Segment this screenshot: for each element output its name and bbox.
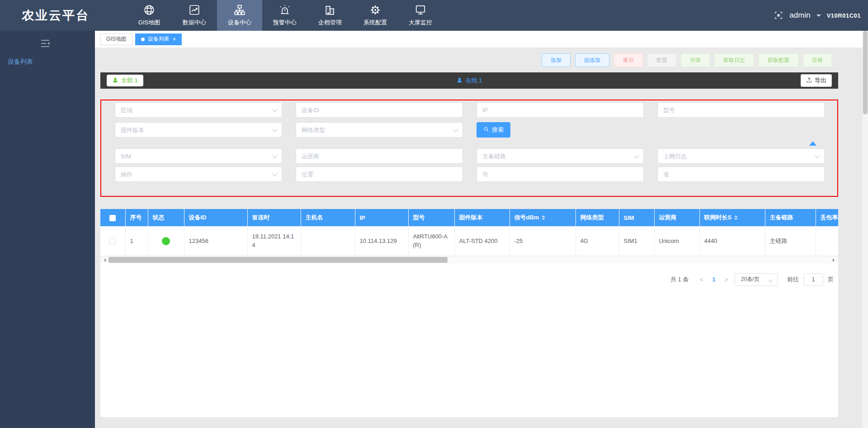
sort-icon[interactable]: [734, 214, 738, 222]
get-logs-button[interactable]: 获取日志: [714, 53, 754, 67]
col-header-firmware: 固件版本: [454, 209, 509, 226]
sim-select[interactable]: [115, 148, 282, 164]
upgrade-button[interactable]: 升级: [681, 53, 710, 67]
filter-row-4: [115, 166, 830, 182]
net-log-select[interactable]: [657, 148, 825, 164]
row-checkbox[interactable]: [109, 238, 116, 244]
version-label: V10R01C01: [827, 12, 861, 19]
col-header-signal[interactable]: 信号dBm: [509, 209, 576, 226]
nav-item-gis-map[interactable]: GIS地图: [127, 0, 172, 31]
select-all-checkbox[interactable]: [109, 215, 116, 221]
net-log-select-input[interactable]: [657, 148, 825, 164]
primary-link-select-input[interactable]: [476, 148, 644, 164]
batch-add-button[interactable]: 批添加: [575, 53, 609, 67]
pagination: 共 1 条 < 1 > 20条/页 前往 页: [100, 273, 838, 286]
online-count-label: 在线:1: [466, 76, 482, 85]
cell-firmware: ALT-STD 4200: [454, 226, 509, 256]
user-menu[interactable]: admin: [789, 11, 810, 20]
tab-device-list[interactable]: 设备列表 ×: [135, 33, 182, 45]
migrate-button[interactable]: 迁移: [803, 53, 832, 67]
tab-label: 设备列表: [148, 35, 170, 43]
sim-select-input[interactable]: [115, 148, 282, 164]
city-input[interactable]: [476, 166, 644, 182]
get-config-button[interactable]: 获取配置: [759, 53, 798, 67]
model-input[interactable]: [657, 102, 825, 118]
cell-sim: SIM1: [619, 226, 654, 256]
filter-online-button[interactable]: 在线:1: [457, 76, 482, 85]
scrollbar-thumb[interactable]: [863, 31, 868, 114]
firmware-select-input[interactable]: [115, 122, 282, 138]
siren-icon: [279, 4, 291, 17]
goto-page-input[interactable]: [803, 273, 823, 286]
region-select[interactable]: [115, 102, 282, 118]
horizontal-scrollbar[interactable]: [100, 256, 838, 263]
export-button[interactable]: 导出: [801, 74, 832, 87]
next-page-button[interactable]: >: [723, 276, 730, 283]
cell-ip: 10.114.13.129: [355, 226, 408, 256]
export-label: 导出: [815, 76, 826, 85]
province-field[interactable]: [657, 166, 825, 182]
col-header-model: 型号: [408, 209, 454, 226]
province-input[interactable]: [657, 166, 825, 182]
nav-item-label: 数据中心: [183, 19, 206, 27]
search-button[interactable]: 搜索: [476, 122, 510, 138]
page-number-button[interactable]: 1: [710, 276, 718, 283]
city-field[interactable]: [476, 166, 644, 182]
primary-link-select[interactable]: [476, 148, 644, 164]
scroll-left-icon[interactable]: [102, 258, 106, 262]
goto-label: 前往: [787, 276, 799, 284]
chevron-down-icon[interactable]: [816, 14, 821, 19]
table-row[interactable]: 1 123456 19.11.2021 14:14 10.114.13.129 …: [100, 226, 838, 256]
chevron-down-icon: [768, 277, 773, 282]
nav-item-archive-mgmt[interactable]: 企档管理: [307, 0, 353, 31]
nav-item-label: 设备中心: [228, 19, 251, 27]
nav-item-data-center[interactable]: 数据中心: [172, 0, 217, 31]
network-type-select[interactable]: [296, 122, 463, 138]
operation-select-input[interactable]: [115, 166, 282, 182]
cell-hostname: [301, 226, 355, 256]
nav-item-system-config[interactable]: 系统配置: [353, 0, 398, 31]
collapse-filters-icon[interactable]: [809, 141, 816, 146]
operation-select[interactable]: [115, 166, 282, 182]
cell-signal: -25: [509, 226, 576, 256]
page-size-select[interactable]: 20条/页: [735, 273, 778, 286]
region-select-input[interactable]: [115, 102, 282, 118]
col-header-online-duration[interactable]: 联网时长S: [699, 209, 765, 226]
app-window: 农业云平台 GIS地图 数据中心 设备中心 预警中心 企档管理: [0, 0, 868, 428]
sort-icon[interactable]: [542, 214, 545, 222]
sidebar-fold-icon[interactable]: [40, 38, 51, 48]
tab-gis-map[interactable]: GIS地图: [100, 33, 132, 45]
ip-input[interactable]: [476, 102, 644, 118]
scroll-right-icon[interactable]: [833, 258, 836, 262]
operator-input[interactable]: [296, 148, 463, 164]
add-button[interactable]: 添加: [542, 53, 571, 67]
device-id-input[interactable]: [296, 102, 463, 118]
sidebar-item-device-list[interactable]: 设备列表: [0, 54, 95, 70]
operator-field[interactable]: [296, 148, 463, 164]
model-field[interactable]: [657, 102, 825, 118]
nav-item-device-center[interactable]: 设备中心: [217, 0, 262, 31]
location-field[interactable]: [296, 166, 463, 182]
location-input[interactable]: [296, 166, 463, 182]
nav-item-screen-monitor[interactable]: 大屏监控: [398, 0, 443, 31]
close-icon[interactable]: ×: [173, 36, 176, 42]
scrollbar-thumb[interactable]: [108, 257, 448, 263]
avatar-icon: [774, 10, 783, 20]
page-unit-label: 页: [828, 276, 834, 284]
filter-all-button[interactable]: 全部:1: [107, 75, 143, 86]
config-button[interactable]: 配置: [647, 53, 676, 67]
restart-button[interactable]: 重启: [614, 53, 643, 67]
firmware-select[interactable]: [115, 122, 282, 138]
ip-field[interactable]: [476, 102, 644, 118]
main-content: 添加 批添加 重启 配置 升级 获取日志 获取配置 迁移 全部:1 在线:1 导…: [95, 48, 863, 428]
nav-item-label: GIS地图: [138, 19, 160, 27]
device-id-field[interactable]: [296, 102, 463, 118]
prev-page-button[interactable]: <: [698, 276, 705, 283]
nav-item-alert-center[interactable]: 预警中心: [262, 0, 307, 31]
vertical-scrollbar[interactable]: [863, 31, 868, 428]
action-toolbar: 添加 批添加 重启 配置 升级 获取日志 获取配置 迁移: [542, 53, 832, 67]
page-size-value: 20条/页: [741, 276, 760, 283]
cell-first-connect: 19.11.2021 14:14: [247, 226, 301, 256]
col-header-primary-link: 主备链路: [765, 209, 816, 226]
network-type-select-input[interactable]: [296, 122, 463, 138]
